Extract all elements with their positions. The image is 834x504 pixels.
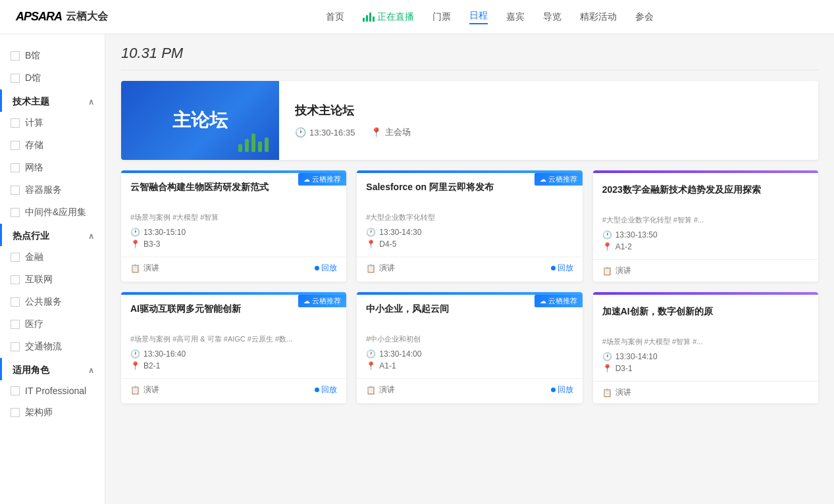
featured-image: 主论坛: [121, 81, 279, 160]
chevron-up-icon3: ∧: [88, 366, 94, 375]
location-icon-2: 📍: [366, 239, 376, 249]
sidebar-item-b-hall[interactable]: B馆: [0, 45, 105, 67]
clock-icon-2: 🕐: [366, 228, 376, 237]
recommend-badge-2: 云栖推荐: [534, 173, 583, 186]
type-icon-2: 📋: [366, 264, 376, 273]
card-time-5: 🕐 13:30-14:00: [366, 349, 573, 359]
nav-guide[interactable]: 导览: [543, 11, 561, 23]
card-time-6: 🕐 13:30-14:10: [602, 352, 809, 361]
checkbox-medical[interactable]: [11, 320, 20, 329]
card-footer-2: 📋 演讲 回放: [357, 257, 582, 279]
featured-img-label: 主论坛: [172, 108, 228, 133]
nav-attend[interactable]: 参会: [635, 11, 654, 23]
checkbox-compute[interactable]: [11, 118, 20, 128]
type-icon-5: 📋: [366, 386, 376, 395]
chevron-up-icon2: ∧: [88, 232, 94, 241]
card-footer-3: 📋 演讲: [593, 259, 818, 282]
clock-icon-5: 🕐: [366, 349, 376, 359]
sidebar-item-transport[interactable]: 交通物流: [0, 336, 105, 358]
card-tags-3: #大型企业数字化转型 #智算 #...: [602, 215, 809, 225]
sidebar-item-middleware[interactable]: 中间件&应用集: [0, 201, 105, 224]
sidebar-item-compute[interactable]: 计算: [0, 112, 105, 134]
checkbox-container[interactable]: [11, 186, 20, 195]
type-icon-1: 📋: [130, 264, 140, 273]
nav-tickets[interactable]: 门票: [432, 11, 451, 23]
sidebar-item-internet[interactable]: 互联网: [0, 268, 105, 291]
card-meta-5: 🕐 13:30-14:00 📍 A1-1: [366, 349, 573, 370]
checkbox-b-hall[interactable]: [11, 51, 20, 61]
recommend-badge-4: 云栖推荐: [298, 295, 346, 307]
card-footer-5: 📋 演讲 回放: [357, 378, 582, 401]
replay-button-1[interactable]: 回放: [315, 263, 337, 274]
nav-guests[interactable]: 嘉宾: [506, 11, 525, 23]
card-time-4: 🕐 13:30-16:40: [130, 349, 337, 359]
checkbox-finance[interactable]: [11, 253, 20, 262]
checkbox-network[interactable]: [11, 163, 20, 172]
clock-icon-4: 🕐: [130, 349, 140, 359]
checkbox-d-hall[interactable]: [11, 74, 20, 83]
replay-dot-2: [551, 266, 556, 270]
nav-schedule[interactable]: 日程: [469, 10, 488, 24]
nav-home[interactable]: 首页: [326, 11, 344, 23]
sidebar-item-d-hall[interactable]: D馆: [0, 67, 105, 89]
main-nav: 首页 正在直播 门票 日程 嘉宾 导览 精彩活动 参会: [161, 10, 818, 24]
sidebar-tech-header[interactable]: 技术主题 ∧: [0, 89, 105, 112]
card-time-2: 🕐 13:30-14:30: [366, 228, 573, 237]
card-tags-5: #中小企业和初创: [366, 334, 573, 344]
featured-title: 技术主论坛: [295, 103, 411, 118]
time-header: 10.31 PM: [121, 45, 818, 70]
sidebar-item-it-professional[interactable]: IT Professional: [0, 380, 105, 401]
card-meta-1: 🕐 13:30-15:10 📍 B3-3: [130, 228, 337, 249]
card-time-3: 🕐 13:30-13:50: [602, 230, 809, 239]
cards-row-2: 云栖推荐 AI驱动互联网多元智能创新 #场景与案例 #高可用 & 可靠 #AIG…: [121, 292, 818, 403]
checkbox-it-professional[interactable]: [11, 386, 20, 395]
card-footer-4: 📋 演讲 回放: [121, 378, 346, 401]
sidebar-item-network[interactable]: 网络: [0, 157, 105, 179]
checkbox-middleware[interactable]: [11, 208, 20, 217]
sidebar-industry-header[interactable]: 热点行业 ∧: [0, 224, 105, 246]
replay-button-2[interactable]: 回放: [551, 263, 573, 274]
sidebar-item-container[interactable]: 容器服务: [0, 179, 105, 201]
checkbox-transport[interactable]: [11, 342, 20, 351]
featured-time: 🕐 13:30-16:35: [295, 127, 355, 138]
clock-icon-6: 🕐: [602, 352, 612, 361]
nav-live[interactable]: 正在直播: [363, 11, 414, 23]
type-icon-3: 📋: [602, 266, 612, 276]
sidebar-role-header[interactable]: 适用角色 ∧: [0, 358, 105, 380]
card-footer-1: 📋 演讲 回放: [121, 257, 346, 279]
card-tags-1: #场景与案例 #大模型 #智算: [130, 213, 337, 222]
card-title-3: 2023数字金融新技术趋势发及应用探索: [602, 184, 809, 210]
page-layout: B馆 D馆 技术主题 ∧ 计算 存储 网络 容器服务 中间件&应用集: [0, 34, 834, 504]
type-icon-4: 📋: [130, 386, 140, 395]
sidebar-item-storage[interactable]: 存储: [0, 134, 105, 157]
sidebar-item-medical[interactable]: 医疗: [0, 313, 105, 336]
card-body-1: 云智融合构建生物医药研发新范式 #场景与案例 #大模型 #智算 🕐 13:30-…: [121, 173, 346, 257]
sidebar-item-finance[interactable]: 金融: [0, 246, 105, 268]
card-body-6: 加速AI创新，数字创新的原 #场景与案例 #大模型 #智算 #... 🕐 13:…: [593, 295, 818, 381]
sidebar-item-architect[interactable]: 架构师: [0, 401, 105, 424]
clock-icon-3: 🕐: [602, 230, 612, 239]
session-card-4: 云栖推荐 AI驱动互联网多元智能创新 #场景与案例 #高可用 & 可靠 #AIG…: [121, 292, 346, 403]
checkbox-storage[interactable]: [11, 141, 20, 150]
recommend-badge-5: 云栖推荐: [534, 295, 583, 307]
sidebar-item-public-service[interactable]: 公共服务: [0, 291, 105, 313]
session-card-1: 云栖推荐 云智融合构建生物医药研发新范式 #场景与案例 #大模型 #智算 🕐 1…: [121, 170, 346, 282]
chevron-up-icon: ∧: [88, 97, 94, 107]
card-footer-6: 📋 演讲: [593, 381, 818, 403]
replay-button-4[interactable]: 回放: [315, 384, 337, 395]
session-card-6: 加速AI创新，数字创新的原 #场景与案例 #大模型 #智算 #... 🕐 13:…: [593, 292, 818, 403]
checkbox-public-service[interactable]: [11, 297, 20, 307]
card-tags-2: #大型企业数字化转型: [366, 213, 573, 222]
cards-row-1: 云栖推荐 云智融合构建生物医药研发新范式 #场景与案例 #大模型 #智算 🕐 1…: [121, 170, 818, 282]
type-icon-6: 📋: [602, 388, 612, 397]
card-tags-6: #场景与案例 #大模型 #智算 #...: [602, 337, 809, 347]
replay-button-5[interactable]: 回放: [551, 384, 573, 395]
checkbox-architect[interactable]: [11, 408, 20, 417]
replay-dot-4: [315, 388, 319, 392]
card-location-1: 📍 B3-3: [130, 239, 337, 249]
card-meta-6: 🕐 13:30-14:10 📍 D3-1: [602, 352, 809, 373]
clock-icon-1: 🕐: [130, 228, 140, 237]
card-tags-4: #场景与案例 #高可用 & 可靠 #AIGC #云原生 #数...: [130, 334, 337, 344]
checkbox-internet[interactable]: [11, 275, 20, 284]
nav-highlights[interactable]: 精彩活动: [580, 11, 617, 23]
